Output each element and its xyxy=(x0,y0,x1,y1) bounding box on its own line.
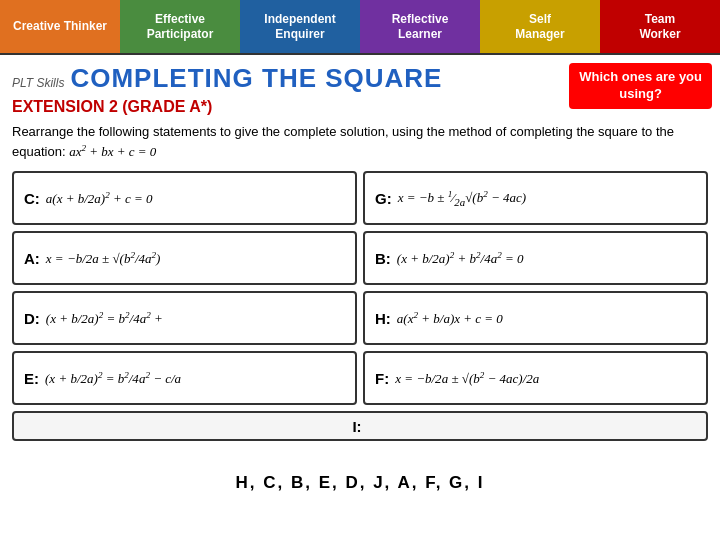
page-title: COMPLETING THE SQUARE xyxy=(70,63,442,94)
answer-box-i: I: xyxy=(12,411,708,441)
answer-box-g: G: x = −b ± 1⁄2a√(b2 − 4ac) xyxy=(363,171,708,225)
top-navigation: Creative Thinker EffectiveParticipator I… xyxy=(0,0,720,55)
answer-box-a: A: x = −b/2a ± √(b2/4a2) xyxy=(12,231,357,285)
answer-box-e: E: (x + b/2a)2 = b2/4a2 − c/a xyxy=(12,351,357,405)
nav-effective-participator[interactable]: EffectiveParticipator xyxy=(120,0,240,53)
nav-creative-thinker[interactable]: Creative Thinker xyxy=(0,0,120,53)
answer-box-f: F: x = −b/2a ± √(b2 − 4ac)/2a xyxy=(363,351,708,405)
which-ones-badge: Which ones are youusing? xyxy=(569,63,712,109)
answer-box-h: H: a(x2 + b/a)x + c = 0 xyxy=(363,291,708,345)
answer-box-c: C: a(x + b/2a)2 + c = 0 xyxy=(12,171,357,225)
answer-box-b: B: (x + b/2a)2 + b2/4a2 = 0 xyxy=(363,231,708,285)
instruction-text: Rearrange the following statements to gi… xyxy=(12,122,708,161)
nav-independent-enquirer[interactable]: IndependentEnquirer xyxy=(240,0,360,53)
nav-self-manager[interactable]: SelfManager xyxy=(480,0,600,53)
answer-grid: C: a(x + b/2a)2 + c = 0 G: x = −b ± 1⁄2a… xyxy=(12,171,708,465)
answer-order: H, C, B, E, D, J, A, F, G, I xyxy=(12,473,708,493)
main-content: PLT Skills COMPLETING THE SQUARE Which o… xyxy=(0,55,720,501)
plt-label: PLT Skills xyxy=(12,76,64,90)
answer-box-d: D: (x + b/2a)2 = b2/4a2 + xyxy=(12,291,357,345)
nav-team-worker[interactable]: TeamWorker xyxy=(600,0,720,53)
nav-reflective-learner[interactable]: ReflectiveLearner xyxy=(360,0,480,53)
